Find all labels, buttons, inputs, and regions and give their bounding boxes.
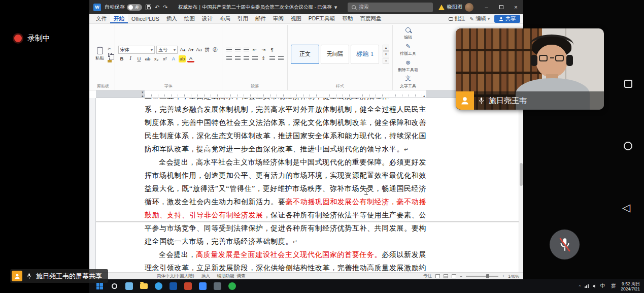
paste-button[interactable]: 粘贴 (94, 47, 105, 62)
text-effects-icon[interactable]: A (170, 55, 177, 62)
maximize-button[interactable] (494, 0, 509, 14)
gallery-down-icon[interactable]: ▾ (383, 51, 389, 57)
editing-tools-button[interactable]: 编辑 (399, 25, 417, 41)
zoom-slider[interactable] (466, 276, 498, 277)
microphone-mute-button[interactable] (550, 230, 580, 259)
comments-button[interactable]: 批注 (449, 15, 465, 22)
volume-icon[interactable] (593, 284, 595, 288)
account-avatar[interactable] (465, 3, 473, 12)
text-tools-button[interactable]: 文文字工具 (398, 74, 418, 90)
zoom-in-button[interactable]: + (502, 274, 504, 279)
webcam-video[interactable]: 施日尧王韦 (456, 28, 604, 110)
bullet-list-icon[interactable] (225, 46, 232, 53)
minimize-button[interactable]: – (479, 0, 494, 14)
network-icon[interactable] (585, 284, 589, 288)
superscript-icon[interactable]: x² (161, 55, 168, 62)
grow-font-icon[interactable]: A▴ (179, 46, 186, 53)
powerpoint-app[interactable] (182, 280, 194, 292)
ime-language-badge[interactable]: 中 (599, 283, 606, 289)
zoom-knob-icon[interactable] (486, 274, 489, 278)
align-center-icon[interactable] (234, 55, 241, 62)
char-border-icon[interactable]: Ⓐ (212, 46, 219, 53)
copy-icon[interactable] (108, 53, 112, 57)
focus-mode-button[interactable]: 专注 (423, 273, 432, 279)
cut-icon[interactable]: ✂ (108, 46, 112, 51)
account-area[interactable]: 晓阳图 (436, 3, 476, 12)
close-button[interactable]: × (509, 0, 523, 14)
undo-icon[interactable]: ↶ (155, 4, 159, 11)
menu-tab[interactable]: 视图 (287, 14, 305, 23)
style-card[interactable]: 正文 (291, 45, 319, 64)
decrease-indent-icon[interactable]: ⇤ (251, 46, 258, 53)
edge-browser[interactable] (152, 280, 165, 292)
search-button[interactable] (108, 280, 121, 292)
right-indent-marker[interactable]: ▴ (423, 94, 425, 97)
menu-tab[interactable]: 帮助 (338, 14, 356, 23)
document-title[interactable]: 权威发布｜中国共产党第二十届中央委员会第三次全体会议公报 · 已保存 ▾ (171, 4, 344, 11)
task-view-button[interactable] (123, 280, 135, 292)
menu-tab[interactable]: 设计 (198, 14, 216, 23)
wechat-app[interactable] (226, 280, 239, 292)
align-left-icon[interactable] (225, 55, 232, 62)
change-case-icon[interactable]: Aa (195, 46, 202, 53)
taskbar-clock[interactable]: 9:52 周日 2024/7/21 (621, 281, 640, 291)
menu-tab[interactable]: PDF工具箱 (305, 14, 339, 23)
save-icon[interactable] (146, 5, 151, 10)
format-painter-icon[interactable] (108, 60, 112, 62)
first-line-indent-marker[interactable]: ▾ (142, 90, 144, 94)
style-card[interactable]: 标题 1 (351, 45, 379, 64)
menu-tab[interactable]: 审阅 (269, 14, 287, 23)
line-spacing-icon[interactable]: ⇕ (260, 55, 267, 62)
search-box[interactable]: 搜索 (348, 3, 433, 12)
app[interactable] (211, 280, 224, 292)
menu-tab[interactable]: OfficePLUS (128, 14, 163, 23)
menu-tab[interactable]: 插入 (163, 14, 181, 23)
increase-indent-icon[interactable]: ⇥ (260, 46, 267, 53)
align-right-icon[interactable] (243, 55, 250, 62)
recents-nav-icon[interactable] (624, 80, 632, 88)
menu-tab[interactable]: 引用 (234, 14, 252, 23)
subscript-icon[interactable]: x₂ (153, 55, 160, 62)
wps-app[interactable] (196, 280, 209, 292)
tray-expand-icon[interactable]: ^ (579, 284, 581, 288)
menu-tab[interactable]: 绘图 (181, 14, 198, 23)
left-indent-marker[interactable]: ▴ (142, 94, 144, 97)
font-color-icon[interactable]: A (187, 55, 194, 62)
justify-icon[interactable] (251, 55, 258, 62)
borders-icon[interactable] (277, 55, 284, 62)
strikethrough-icon[interactable]: ab (144, 55, 151, 62)
menu-tab[interactable]: 开始 (110, 14, 128, 23)
print-layout-icon[interactable] (444, 274, 448, 278)
vertical-scrollbar[interactable] (519, 98, 523, 272)
phonetic-guide-icon[interactable]: 拼 (204, 46, 211, 53)
share-button[interactable]: 共享 (494, 15, 520, 23)
font-size-select[interactable]: 五号▾ (156, 46, 178, 54)
vertical-ruler[interactable] (89, 98, 96, 272)
menu-tab[interactable]: 文件 (92, 14, 110, 23)
numbered-list-icon[interactable] (234, 46, 241, 53)
zoom-out-button[interactable]: − (460, 274, 462, 279)
status-item[interactable]: 辅助功能: 调查 (217, 273, 246, 279)
file-explorer[interactable] (138, 280, 150, 292)
autosave-toggle[interactable]: 关 (127, 4, 142, 11)
web-layout-icon[interactable] (452, 274, 456, 278)
home-nav-icon[interactable] (624, 142, 632, 150)
status-item[interactable]: 简体中文(中国大陆) (157, 273, 194, 279)
zoom-level[interactable]: 140% (508, 274, 519, 279)
ime-pinyin-badge[interactable]: 拼 (610, 283, 617, 289)
bold-icon[interactable]: B (118, 55, 125, 62)
status-item[interactable]: 插入 (201, 273, 210, 279)
style-card[interactable]: 无间隔 (321, 45, 349, 64)
redo-icon[interactable]: ↷ (163, 4, 167, 11)
scrollbar-thumb[interactable] (520, 163, 523, 186)
editing-mode-button[interactable]: ✎编辑▾ (470, 15, 490, 22)
shading-icon[interactable] (268, 55, 276, 62)
highlight-icon[interactable]: ab (179, 55, 186, 62)
delete-toolbox-button[interactable]: ⊗删除工具箱 (396, 57, 420, 74)
read-mode-icon[interactable] (435, 274, 440, 278)
multilevel-list-icon[interactable] (243, 46, 250, 53)
gallery-up-icon[interactable]: ▴ (383, 45, 389, 51)
menu-tab[interactable]: 布局 (216, 14, 234, 23)
document-page[interactable]: 二〇三五年，全面建成高水平社会主义市场经济体制，健全宏观经济治理体系，完善城乡融… (96, 98, 519, 272)
menu-tab[interactable]: 邮件 (252, 14, 269, 23)
